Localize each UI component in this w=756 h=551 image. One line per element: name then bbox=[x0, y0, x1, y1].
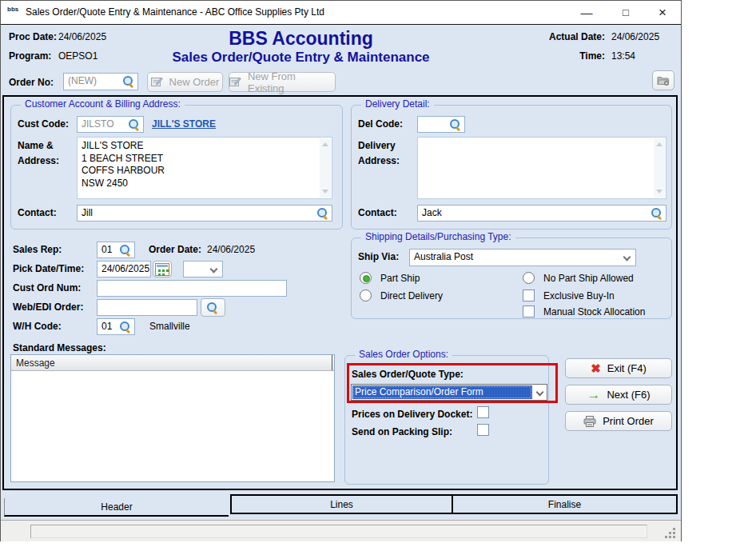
order-type-combo[interactable]: Price Comparison/Order Form bbox=[351, 384, 547, 401]
billing-address-scrollbar[interactable] bbox=[320, 138, 331, 198]
del-code-search-icon[interactable] bbox=[450, 119, 461, 130]
billing-contact-search-icon[interactable] bbox=[317, 208, 328, 219]
web-edi-order-input[interactable] bbox=[97, 299, 197, 316]
delivery-address-text bbox=[422, 140, 651, 197]
tab-header[interactable]: Header bbox=[4, 498, 229, 517]
delivery-contact-search-icon[interactable] bbox=[651, 208, 662, 219]
screen-title: Sales Order/Quote Entry & Maintenance bbox=[1, 50, 601, 66]
sales-rep-value: 01 bbox=[101, 244, 112, 255]
web-edi-search-icon bbox=[207, 302, 218, 313]
cust-ord-num-input[interactable] bbox=[97, 280, 287, 297]
wh-code-input[interactable]: 01 bbox=[97, 318, 135, 335]
order-date-value: 24/06/2025 bbox=[207, 244, 255, 255]
delivery-address-textarea[interactable] bbox=[417, 137, 666, 199]
customer-name-link[interactable]: JILL'S STORE bbox=[152, 118, 216, 130]
web-edi-search-button[interactable] bbox=[201, 298, 225, 317]
exit-x-icon: ✖ bbox=[591, 362, 601, 374]
order-type-selected-value: Price Comparison/Order Form bbox=[352, 385, 532, 399]
order-no-input[interactable]: (NEW) bbox=[63, 73, 138, 90]
tab-header-label: Header bbox=[101, 501, 132, 513]
pick-time-combo[interactable] bbox=[183, 261, 223, 277]
next-button[interactable]: → Next (F6) bbox=[565, 385, 672, 405]
shipping-group-title: Shipping Details/Purchasing Type: bbox=[361, 231, 515, 242]
pick-date-value: 24/06/2025 bbox=[101, 263, 149, 274]
minimize-button[interactable]: — bbox=[573, 3, 600, 22]
app-logo-icon: bbs bbox=[7, 6, 22, 20]
part-ship-radio[interactable] bbox=[360, 272, 372, 284]
app-title: BBS Accounting bbox=[1, 28, 601, 50]
send-packing-slip-label: Send on Packing Slip: bbox=[352, 426, 452, 437]
delivery-group-title: Delivery Detail: bbox=[361, 98, 434, 110]
actual-date-value: 24/06/2025 bbox=[611, 31, 659, 42]
order-search-icon[interactable] bbox=[123, 76, 134, 87]
delivery-address-scrollbar[interactable] bbox=[654, 138, 665, 198]
exclusive-buyin-checkbox[interactable] bbox=[523, 289, 535, 301]
cust-code-label: Cust Code: bbox=[18, 118, 69, 130]
maximize-button[interactable]: □ bbox=[612, 3, 639, 22]
status-message-area bbox=[30, 525, 647, 538]
pick-date-input[interactable]: 24/06/2025 bbox=[97, 261, 151, 277]
sales-rep-search-icon[interactable] bbox=[120, 245, 131, 256]
customer-group: Customer Account & Billing Address: Cust… bbox=[10, 105, 343, 230]
window-title: Sales Order/Quote Entry & Maintenance - … bbox=[26, 6, 324, 18]
order-no-label: Order No: bbox=[9, 77, 54, 88]
message-column-header[interactable]: Message bbox=[11, 355, 334, 371]
ship-via-combo[interactable]: Australia Post bbox=[409, 249, 636, 266]
manual-stock-label: Manual Stock Allocation bbox=[543, 306, 645, 317]
new-from-existing-icon bbox=[229, 77, 241, 87]
tab-finalise[interactable]: Finalise bbox=[453, 494, 678, 514]
prices-on-docket-label: Prices on Delivery Docket: bbox=[352, 409, 472, 420]
cust-code-search-icon[interactable] bbox=[129, 119, 140, 130]
cust-code-value: JILSTO bbox=[82, 118, 113, 130]
sales-rep-input[interactable]: 01 bbox=[97, 242, 135, 258]
send-packing-slip-checkbox[interactable] bbox=[477, 424, 489, 436]
delivery-contact-input[interactable]: Jack bbox=[417, 205, 666, 222]
exclusive-buyin-label: Exclusive Buy-In bbox=[543, 290, 615, 301]
chevron-down-icon bbox=[210, 266, 218, 274]
close-button[interactable]: × bbox=[649, 3, 676, 22]
pick-date-calendar-button[interactable] bbox=[153, 261, 172, 277]
name-address-label: Name & Address: bbox=[18, 138, 59, 169]
header-page-panel: Customer Account & Billing Address: Cust… bbox=[2, 95, 678, 490]
direct-delivery-label: Direct Delivery bbox=[380, 290, 443, 301]
open-order-button[interactable] bbox=[652, 70, 674, 90]
order-no-value: (NEW) bbox=[68, 75, 97, 86]
billing-contact-input[interactable]: Jill bbox=[77, 205, 332, 222]
order-type-label: Sales Order/Quote Type: bbox=[352, 369, 464, 380]
web-edi-order-label: Web/EDI Order: bbox=[13, 301, 83, 313]
resize-grip[interactable] bbox=[664, 527, 675, 538]
del-code-label: Del Code: bbox=[358, 118, 403, 130]
title-bar[interactable]: bbs Sales Order/Quote Entry & Maintenanc… bbox=[1, 1, 681, 25]
time-label: Time: bbox=[512, 50, 605, 62]
no-part-ship-radio[interactable] bbox=[523, 272, 535, 284]
delivery-contact-label: Contact: bbox=[358, 207, 397, 218]
new-from-existing-button[interactable]: New From Existing bbox=[229, 72, 336, 92]
billing-address-textarea[interactable]: JILL'S STORE 1 BEACH STREET COFFS HARBOU… bbox=[77, 137, 332, 199]
next-button-label: Next (F6) bbox=[607, 389, 650, 401]
actual-date-label: Actual Date: bbox=[512, 31, 605, 42]
new-order-button[interactable]: New Order bbox=[147, 72, 223, 92]
manual-stock-checkbox[interactable] bbox=[523, 305, 535, 317]
billing-address-text: JILL'S STORE 1 BEACH STREET COFFS HARBOU… bbox=[82, 140, 317, 197]
exit-button[interactable]: ✖ Exit (F4) bbox=[565, 358, 672, 378]
no-part-ship-label: No Part Ship Allowed bbox=[543, 273, 634, 284]
del-code-input[interactable] bbox=[417, 116, 465, 133]
tab-lines[interactable]: Lines bbox=[230, 494, 453, 514]
chevron-down-icon bbox=[623, 254, 631, 262]
print-order-button[interactable]: Print Order bbox=[565, 411, 672, 431]
billing-contact-label: Contact: bbox=[18, 207, 57, 218]
part-ship-label: Part Ship bbox=[380, 273, 420, 284]
billing-contact-value: Jill bbox=[82, 207, 93, 218]
status-bar bbox=[1, 520, 681, 541]
delivery-group: Delivery Detail: Del Code: Delivery Addr… bbox=[351, 105, 672, 230]
prices-on-docket-checkbox[interactable] bbox=[477, 406, 489, 418]
tab-finalise-label: Finalise bbox=[548, 499, 581, 510]
wh-code-search-icon[interactable] bbox=[120, 321, 131, 333]
shipping-group: Shipping Details/Purchasing Type: Ship V… bbox=[351, 238, 672, 319]
cust-code-input[interactable]: JILSTO bbox=[77, 116, 144, 133]
direct-delivery-radio[interactable] bbox=[360, 289, 372, 301]
customer-group-title: Customer Account & Billing Address: bbox=[21, 98, 185, 110]
sales-order-options-title: Sales Order Options: bbox=[355, 349, 452, 360]
standard-messages-list[interactable]: Message bbox=[10, 354, 335, 482]
next-arrow-icon: → bbox=[587, 389, 600, 401]
